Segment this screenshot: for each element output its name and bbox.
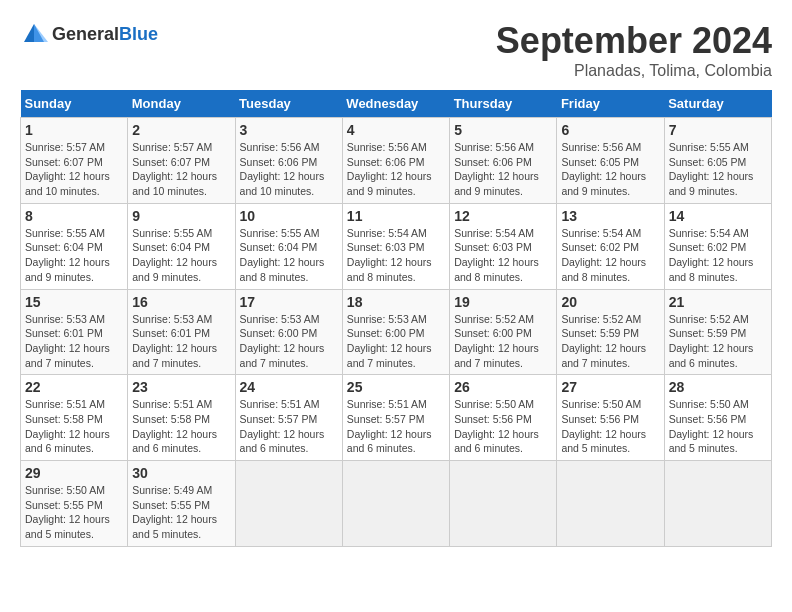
- day-detail: Sunrise: 5:50 AMSunset: 5:56 PMDaylight:…: [561, 397, 659, 456]
- calendar-subtitle: Planadas, Tolima, Colombia: [496, 62, 772, 80]
- svg-marker-1: [34, 24, 48, 42]
- day-number: 20: [561, 294, 659, 310]
- day-number: 3: [240, 122, 338, 138]
- col-friday: Friday: [557, 90, 664, 118]
- day-detail: Sunrise: 5:55 AMSunset: 6:04 PMDaylight:…: [132, 226, 230, 285]
- calendar-cell: 12Sunrise: 5:54 AMSunset: 6:03 PMDayligh…: [450, 203, 557, 289]
- day-detail: Sunrise: 5:53 AMSunset: 6:00 PMDaylight:…: [240, 312, 338, 371]
- day-number: 29: [25, 465, 123, 481]
- day-number: 25: [347, 379, 445, 395]
- calendar-cell: 26Sunrise: 5:50 AMSunset: 5:56 PMDayligh…: [450, 375, 557, 461]
- day-detail: Sunrise: 5:57 AMSunset: 6:07 PMDaylight:…: [25, 140, 123, 199]
- calendar-cell: 20Sunrise: 5:52 AMSunset: 5:59 PMDayligh…: [557, 289, 664, 375]
- calendar-cell: 2Sunrise: 5:57 AMSunset: 6:07 PMDaylight…: [128, 118, 235, 204]
- day-number: 13: [561, 208, 659, 224]
- day-detail: Sunrise: 5:54 AMSunset: 6:02 PMDaylight:…: [669, 226, 767, 285]
- calendar-cell: 30Sunrise: 5:49 AMSunset: 5:55 PMDayligh…: [128, 461, 235, 547]
- day-number: 14: [669, 208, 767, 224]
- calendar-cell: 10Sunrise: 5:55 AMSunset: 6:04 PMDayligh…: [235, 203, 342, 289]
- day-number: 8: [25, 208, 123, 224]
- day-detail: Sunrise: 5:52 AMSunset: 6:00 PMDaylight:…: [454, 312, 552, 371]
- calendar-cell: 24Sunrise: 5:51 AMSunset: 5:57 PMDayligh…: [235, 375, 342, 461]
- calendar-table: Sunday Monday Tuesday Wednesday Thursday…: [20, 90, 772, 547]
- calendar-cell: 11Sunrise: 5:54 AMSunset: 6:03 PMDayligh…: [342, 203, 449, 289]
- calendar-title: September 2024: [496, 20, 772, 62]
- calendar-cell: [664, 461, 771, 547]
- day-number: 24: [240, 379, 338, 395]
- calendar-cell: [342, 461, 449, 547]
- calendar-cell: 14Sunrise: 5:54 AMSunset: 6:02 PMDayligh…: [664, 203, 771, 289]
- calendar-cell: 18Sunrise: 5:53 AMSunset: 6:00 PMDayligh…: [342, 289, 449, 375]
- day-detail: Sunrise: 5:56 AMSunset: 6:06 PMDaylight:…: [454, 140, 552, 199]
- col-monday: Monday: [128, 90, 235, 118]
- day-number: 19: [454, 294, 552, 310]
- calendar-cell: 25Sunrise: 5:51 AMSunset: 5:57 PMDayligh…: [342, 375, 449, 461]
- calendar-cell: 16Sunrise: 5:53 AMSunset: 6:01 PMDayligh…: [128, 289, 235, 375]
- day-number: 23: [132, 379, 230, 395]
- calendar-cell: 27Sunrise: 5:50 AMSunset: 5:56 PMDayligh…: [557, 375, 664, 461]
- day-number: 1: [25, 122, 123, 138]
- day-detail: Sunrise: 5:50 AMSunset: 5:56 PMDaylight:…: [454, 397, 552, 456]
- day-detail: Sunrise: 5:53 AMSunset: 6:00 PMDaylight:…: [347, 312, 445, 371]
- day-detail: Sunrise: 5:55 AMSunset: 6:04 PMDaylight:…: [25, 226, 123, 285]
- week-row-2: 8Sunrise: 5:55 AMSunset: 6:04 PMDaylight…: [21, 203, 772, 289]
- day-detail: Sunrise: 5:52 AMSunset: 5:59 PMDaylight:…: [669, 312, 767, 371]
- day-number: 10: [240, 208, 338, 224]
- day-number: 30: [132, 465, 230, 481]
- week-row-1: 1Sunrise: 5:57 AMSunset: 6:07 PMDaylight…: [21, 118, 772, 204]
- day-number: 15: [25, 294, 123, 310]
- col-wednesday: Wednesday: [342, 90, 449, 118]
- logo: GeneralBlue: [20, 20, 158, 48]
- day-number: 7: [669, 122, 767, 138]
- week-row-3: 15Sunrise: 5:53 AMSunset: 6:01 PMDayligh…: [21, 289, 772, 375]
- calendar-cell: 23Sunrise: 5:51 AMSunset: 5:58 PMDayligh…: [128, 375, 235, 461]
- day-detail: Sunrise: 5:51 AMSunset: 5:58 PMDaylight:…: [132, 397, 230, 456]
- day-detail: Sunrise: 5:54 AMSunset: 6:03 PMDaylight:…: [347, 226, 445, 285]
- calendar-cell: 17Sunrise: 5:53 AMSunset: 6:00 PMDayligh…: [235, 289, 342, 375]
- day-detail: Sunrise: 5:53 AMSunset: 6:01 PMDaylight:…: [25, 312, 123, 371]
- day-number: 27: [561, 379, 659, 395]
- logo-text-general: General: [52, 24, 119, 44]
- day-number: 4: [347, 122, 445, 138]
- col-saturday: Saturday: [664, 90, 771, 118]
- calendar-cell: 19Sunrise: 5:52 AMSunset: 6:00 PMDayligh…: [450, 289, 557, 375]
- calendar-cell: 29Sunrise: 5:50 AMSunset: 5:55 PMDayligh…: [21, 461, 128, 547]
- day-number: 2: [132, 122, 230, 138]
- col-sunday: Sunday: [21, 90, 128, 118]
- week-row-5: 29Sunrise: 5:50 AMSunset: 5:55 PMDayligh…: [21, 461, 772, 547]
- day-detail: Sunrise: 5:50 AMSunset: 5:56 PMDaylight:…: [669, 397, 767, 456]
- calendar-cell: 22Sunrise: 5:51 AMSunset: 5:58 PMDayligh…: [21, 375, 128, 461]
- day-detail: Sunrise: 5:51 AMSunset: 5:58 PMDaylight:…: [25, 397, 123, 456]
- day-detail: Sunrise: 5:56 AMSunset: 6:05 PMDaylight:…: [561, 140, 659, 199]
- calendar-cell: 1Sunrise: 5:57 AMSunset: 6:07 PMDaylight…: [21, 118, 128, 204]
- calendar-cell: 13Sunrise: 5:54 AMSunset: 6:02 PMDayligh…: [557, 203, 664, 289]
- logo-text-blue: Blue: [119, 24, 158, 44]
- day-detail: Sunrise: 5:49 AMSunset: 5:55 PMDaylight:…: [132, 483, 230, 542]
- calendar-cell: 15Sunrise: 5:53 AMSunset: 6:01 PMDayligh…: [21, 289, 128, 375]
- calendar-cell: 21Sunrise: 5:52 AMSunset: 5:59 PMDayligh…: [664, 289, 771, 375]
- logo-icon: [20, 20, 48, 48]
- day-number: 12: [454, 208, 552, 224]
- header-row: Sunday Monday Tuesday Wednesday Thursday…: [21, 90, 772, 118]
- day-detail: Sunrise: 5:54 AMSunset: 6:02 PMDaylight:…: [561, 226, 659, 285]
- day-number: 18: [347, 294, 445, 310]
- day-detail: Sunrise: 5:55 AMSunset: 6:04 PMDaylight:…: [240, 226, 338, 285]
- calendar-cell: 4Sunrise: 5:56 AMSunset: 6:06 PMDaylight…: [342, 118, 449, 204]
- calendar-cell: 7Sunrise: 5:55 AMSunset: 6:05 PMDaylight…: [664, 118, 771, 204]
- day-number: 11: [347, 208, 445, 224]
- day-detail: Sunrise: 5:54 AMSunset: 6:03 PMDaylight:…: [454, 226, 552, 285]
- header: GeneralBlue September 2024 Planadas, Tol…: [20, 20, 772, 80]
- day-detail: Sunrise: 5:52 AMSunset: 5:59 PMDaylight:…: [561, 312, 659, 371]
- day-number: 26: [454, 379, 552, 395]
- title-area: September 2024 Planadas, Tolima, Colombi…: [496, 20, 772, 80]
- day-number: 21: [669, 294, 767, 310]
- day-number: 17: [240, 294, 338, 310]
- calendar-cell: 28Sunrise: 5:50 AMSunset: 5:56 PMDayligh…: [664, 375, 771, 461]
- col-tuesday: Tuesday: [235, 90, 342, 118]
- day-detail: Sunrise: 5:55 AMSunset: 6:05 PMDaylight:…: [669, 140, 767, 199]
- calendar-cell: 3Sunrise: 5:56 AMSunset: 6:06 PMDaylight…: [235, 118, 342, 204]
- day-detail: Sunrise: 5:56 AMSunset: 6:06 PMDaylight:…: [347, 140, 445, 199]
- calendar-cell: 8Sunrise: 5:55 AMSunset: 6:04 PMDaylight…: [21, 203, 128, 289]
- day-number: 16: [132, 294, 230, 310]
- calendar-cell: 6Sunrise: 5:56 AMSunset: 6:05 PMDaylight…: [557, 118, 664, 204]
